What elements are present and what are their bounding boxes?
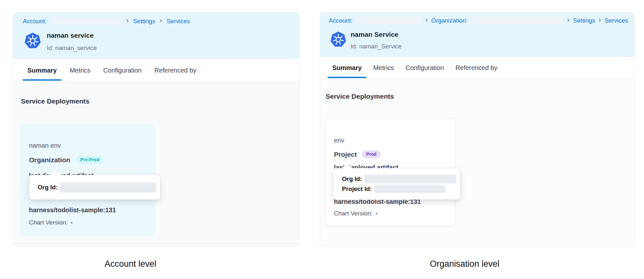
environment-name: env — [334, 137, 344, 144]
service-id: Id: naman_service — [47, 45, 97, 52]
breadcrumb-settings-link[interactable]: Settings — [573, 17, 595, 24]
chart-version-label: Chart Version: — [334, 210, 373, 217]
scope-id-tooltip: Org Id: — [29, 175, 160, 200]
service-title: naman Service — [351, 31, 398, 38]
tab-referenced-by[interactable]: Referenced by — [155, 59, 196, 82]
environment-scope-label[interactable]: Organization — [29, 156, 70, 164]
screenshot-stage: Account: › Settings › Services — [0, 0, 644, 279]
org-id-label: Org Id: — [342, 175, 362, 183]
chevron-right-icon: › — [425, 16, 428, 25]
artifact-name: harness/todolist-sample:131 — [29, 206, 116, 214]
breadcrumb: Account: › Settings › Services — [23, 17, 190, 25]
scope-id-tooltip: Org Id: Project Id: — [333, 168, 460, 200]
tab-configuration[interactable]: Configuration — [103, 59, 142, 82]
project-id-label: Project Id: — [342, 185, 372, 193]
breadcrumb-organization-link[interactable]: Organization: — [431, 17, 468, 24]
chart-version-row: Chart Version:- — [29, 219, 73, 226]
kubernetes-icon — [330, 31, 347, 48]
environment-name: naman env — [29, 142, 61, 149]
chart-version-label: Chart Version: — [29, 219, 68, 226]
redacted-account-name — [356, 17, 422, 25]
breadcrumb-account-link[interactable]: Account: — [329, 17, 353, 24]
chart-version-value: - — [375, 210, 377, 217]
redacted-account-name — [51, 17, 122, 25]
environment-scope-label[interactable]: Project — [334, 151, 357, 158]
tab-metrics[interactable]: Metrics — [373, 57, 394, 79]
chevron-right-icon: › — [159, 17, 162, 25]
caption-account-level: Account level — [105, 259, 156, 269]
chart-version-row: Chart Version:- — [334, 210, 378, 217]
section-title-service-deployments: Service Deployments — [326, 93, 394, 100]
service-tabs: Summary Metrics Configuration Referenced… — [320, 57, 634, 79]
env-type-badge: Pre-Prod — [76, 156, 103, 164]
environment-scope-row: Organization Pre-Prod — [29, 156, 103, 164]
chevron-right-icon: › — [567, 16, 570, 25]
env-type-badge: Prod — [362, 150, 381, 158]
tab-metrics[interactable]: Metrics — [70, 59, 90, 82]
service-tabs: Summary Metrics Configuration Referenced… — [13, 59, 299, 82]
redacted-org-id — [365, 174, 456, 183]
breadcrumb-account-link[interactable]: Account: — [23, 18, 47, 25]
redacted-org-id — [60, 182, 156, 193]
account-level-panel: Account: › Settings › Services — [13, 12, 299, 247]
chart-version-value: - — [71, 219, 72, 226]
breadcrumb-services-link[interactable]: Services — [605, 17, 628, 24]
organisation-level-panel: Account: › Organization: › Settings › Se… — [320, 12, 635, 247]
org-id-row: Org Id: — [38, 182, 156, 193]
breadcrumb-settings-link[interactable]: Settings — [133, 18, 155, 25]
org-id-label: Org Id: — [38, 184, 58, 191]
service-title: naman service — [47, 32, 94, 39]
tab-configuration[interactable]: Configuration — [406, 57, 444, 79]
kubernetes-icon — [24, 32, 42, 50]
tab-referenced-by[interactable]: Referenced by — [456, 57, 497, 79]
breadcrumb-services-link[interactable]: Services — [166, 18, 190, 25]
org-id-row: Org Id: — [342, 174, 460, 183]
service-id: Id: naman_Service — [351, 43, 402, 50]
chevron-right-icon: › — [126, 17, 129, 25]
breadcrumb: Account: › Organization: › Settings › Se… — [329, 16, 628, 25]
chevron-right-icon: › — [598, 16, 601, 25]
tab-summary[interactable]: Summary — [27, 59, 57, 82]
environment-scope-row: Project Prod — [334, 150, 381, 158]
redacted-organization-name — [471, 17, 564, 25]
caption-organisation-level: Organisation level — [430, 259, 499, 269]
section-title-service-deployments: Service Deployments — [21, 97, 89, 105]
redacted-project-id — [374, 185, 445, 193]
project-id-row: Project Id: — [342, 185, 460, 193]
tab-summary[interactable]: Summary — [332, 57, 362, 79]
